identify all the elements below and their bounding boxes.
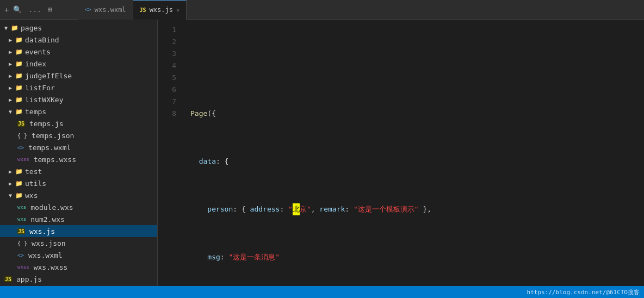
sidebar-item-label: events bbox=[25, 48, 51, 56]
arrow-icon bbox=[9, 109, 12, 115]
folder-icon: 📁 bbox=[15, 108, 23, 115]
code-token: : bbox=[345, 203, 354, 215]
sidebar-item-label: temps bbox=[25, 108, 46, 116]
arrow-icon bbox=[9, 73, 12, 79]
main-layout: 📁 pages 📁 dataBind 📁 events 📁 index 📁 ju… bbox=[0, 20, 644, 286]
sidebar-item-temps[interactable]: 📁 temps bbox=[0, 105, 157, 117]
sidebar-item-label: utils bbox=[25, 179, 46, 188]
code-token: : { bbox=[216, 156, 228, 167]
code-area: 1 2 3 4 5 6 7 8 Page({ data: { bbox=[158, 20, 644, 286]
sidebar-item-wxs-json[interactable]: { } wxs.json bbox=[0, 237, 157, 249]
sidebar-item-label: wxs bbox=[25, 191, 38, 200]
js-file-icon: JS bbox=[4, 276, 12, 282]
add-icon[interactable]: + bbox=[4, 5, 9, 14]
sidebar-item-test[interactable]: 📁 test bbox=[0, 165, 157, 177]
arrow-icon bbox=[9, 181, 12, 187]
code-token: Page bbox=[190, 108, 207, 120]
sidebar-item-judgeifelse[interactable]: 📁 judgeIfElse bbox=[0, 70, 157, 82]
folder-icon: 📁 bbox=[15, 180, 23, 187]
code-token: " bbox=[288, 203, 293, 215]
folder-icon: 📁 bbox=[11, 24, 18, 32]
folder-icon: 📁 bbox=[15, 168, 23, 175]
line-number: 8 bbox=[158, 108, 176, 120]
more-options-icon[interactable]: ... bbox=[28, 5, 41, 14]
code-token: }, bbox=[419, 203, 431, 215]
wxml-icon: <> bbox=[85, 7, 91, 13]
top-bar: + 🔍 ... ⊞ <> wxs.wxml JS wxs.js ✕ bbox=[0, 0, 644, 20]
sidebar-item-listwxkey[interactable]: 📁 listWXKey bbox=[0, 94, 157, 105]
js-icon: JS bbox=[140, 7, 146, 13]
split-icon[interactable]: ⊞ bbox=[48, 5, 52, 14]
sidebar-item-temps-js[interactable]: JS temps.js bbox=[0, 117, 157, 129]
folder-icon: 📁 bbox=[15, 48, 23, 55]
sidebar-item-events[interactable]: 📁 events bbox=[0, 46, 157, 58]
line-number: 1 bbox=[158, 24, 176, 36]
json-file-icon: { } bbox=[17, 133, 27, 139]
bottom-bar: https://blog.csdn.net/@61CTO搜客 bbox=[0, 286, 644, 298]
code-token: 北 bbox=[293, 203, 300, 215]
sidebar-item-temps-wxml[interactable]: <> temps.wxml bbox=[0, 141, 157, 153]
sidebar-item-label: test bbox=[25, 167, 42, 176]
tabs-area: <> wxs.wxml JS wxs.js ✕ bbox=[78, 0, 187, 20]
line-number: 7 bbox=[158, 96, 176, 108]
sidebar-item-temps-json[interactable]: { } temps.json bbox=[0, 129, 157, 141]
wxml-file-icon: <> bbox=[17, 252, 24, 258]
folder-icon: 📁 bbox=[15, 36, 23, 44]
sidebar-item-label: judgeIfElse bbox=[25, 72, 72, 80]
sidebar-item-utils[interactable]: 📁 utils bbox=[0, 177, 157, 189]
sidebar-item-num2-wxs[interactable]: wxs num2.wxs bbox=[0, 213, 157, 225]
line-number: 5 bbox=[158, 72, 176, 84]
line-number: 2 bbox=[158, 36, 176, 48]
sidebar-item-wxs-js[interactable]: JS wxs.js bbox=[0, 225, 157, 237]
sidebar-item-label: temps.wxss bbox=[34, 156, 76, 164]
folder-icon: 📁 bbox=[15, 72, 23, 79]
tab-wxs-js[interactable]: JS wxs.js ✕ bbox=[133, 0, 187, 20]
sidebar-item-label: wxs.js bbox=[29, 227, 55, 235]
wxss-file-icon: wxss bbox=[17, 157, 29, 162]
js-file-icon: JS bbox=[17, 228, 25, 234]
sidebar-item-index[interactable]: 📁 index bbox=[0, 58, 157, 70]
folder-icon: 📁 bbox=[15, 84, 23, 91]
sidebar-item-databind[interactable]: 📁 dataBind bbox=[0, 34, 157, 46]
folder-icon: 📁 bbox=[15, 60, 23, 67]
search-button[interactable]: 🔍 bbox=[13, 5, 22, 14]
sidebar-item-temps-wxss[interactable]: wxss temps.wxss bbox=[0, 153, 157, 165]
code-token: remark bbox=[319, 203, 345, 215]
arrow-icon bbox=[9, 49, 12, 55]
folder-icon: 📁 bbox=[15, 96, 23, 103]
code-token: : bbox=[280, 203, 288, 215]
sidebar-item-label: wxs.wxss bbox=[34, 263, 68, 271]
sidebar-item-wxs-wxss[interactable]: wxss wxs.wxss bbox=[0, 261, 157, 273]
js-file-icon: JS bbox=[17, 121, 25, 127]
wxs-file-icon: wxs bbox=[17, 204, 26, 210]
sidebar-item-wxs[interactable]: 📁 wxs bbox=[0, 189, 157, 201]
tab-label: wxs.js bbox=[150, 6, 173, 14]
folder-icon: 📁 bbox=[15, 192, 23, 199]
code-token: , bbox=[311, 203, 320, 215]
tab-label: wxs.wxml bbox=[95, 6, 126, 14]
wxss-file-icon: wxss bbox=[17, 264, 29, 270]
code-content: Page({ data: { person: { address: "北京", … bbox=[182, 20, 644, 286]
tab-wxs-wxml[interactable]: <> wxs.wxml bbox=[78, 0, 133, 20]
code-token: 京" bbox=[300, 203, 311, 215]
wxml-file-icon: <> bbox=[17, 145, 24, 151]
code-token: : bbox=[220, 251, 229, 263]
code-token: data bbox=[199, 156, 216, 167]
sidebar-item-label: listFor bbox=[25, 84, 55, 92]
code-line-2: Page({ bbox=[190, 108, 644, 120]
editor[interactable]: 1 2 3 4 5 6 7 8 Page({ data: { bbox=[158, 20, 644, 286]
code-token: msg bbox=[207, 251, 220, 263]
sidebar-item-pages[interactable]: 📁 pages bbox=[0, 22, 157, 34]
sidebar-item-app-js[interactable]: JS app.js bbox=[0, 273, 157, 285]
line-number: 6 bbox=[158, 84, 176, 96]
arrow-icon bbox=[4, 25, 8, 31]
sidebar-item-label: listWXKey bbox=[25, 96, 63, 104]
sidebar-item-wxs-wxml[interactable]: <> wxs.wxml bbox=[0, 249, 157, 261]
tab-close-icon[interactable]: ✕ bbox=[176, 7, 179, 13]
wxs-file-icon: wxs bbox=[17, 216, 26, 222]
sidebar-item-label: pages bbox=[21, 24, 42, 32]
arrow-icon bbox=[9, 193, 12, 198]
sidebar-item-listfor[interactable]: 📁 listFor bbox=[0, 82, 157, 94]
sidebar-item-module-wxs[interactable]: wxs module.wxs bbox=[0, 201, 157, 213]
code-token: person bbox=[207, 203, 233, 215]
